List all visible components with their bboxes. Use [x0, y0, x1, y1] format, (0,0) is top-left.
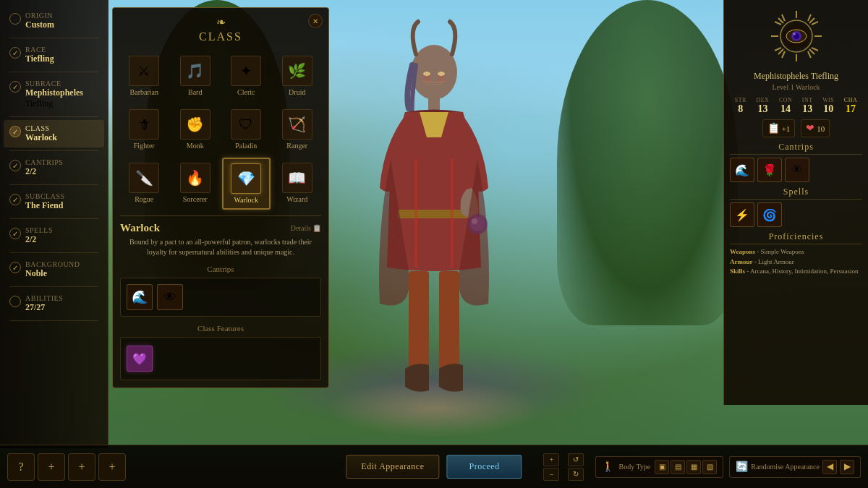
bard-label: Bard [188, 88, 202, 96]
cantrips-label: Cantrips [120, 265, 321, 273]
sidebar-label-spells: Spells [25, 226, 53, 234]
cantrip-icon-cantrip2[interactable]: 👁 [157, 284, 183, 310]
bard-icon: 🎵 [180, 56, 210, 86]
sidebar-item-spells[interactable]: ✓Spells2/2 [4, 222, 104, 249]
class-item-wizard[interactable]: 📖Wizard [273, 158, 322, 210]
zoom-out-button[interactable]: – [543, 468, 559, 481]
hp-value: 10 [817, 124, 825, 133]
add-button-1[interactable]: + [38, 453, 65, 481]
rpanel-cantrip-1[interactable]: 🌹 [757, 158, 782, 182]
character-figure [333, 14, 535, 434]
rotate-right-button[interactable]: ↻ [568, 468, 584, 481]
class-item-monk[interactable]: ✊Monk [171, 104, 220, 155]
prof-value-weapons: Simple Weapons [761, 248, 804, 255]
feature-icon-feature1[interactable]: 💜 [127, 346, 153, 372]
person-icon: 🚶 [602, 461, 614, 473]
cantrip-icon-cantrip1[interactable]: 🌊 [127, 284, 153, 310]
svg-point-11 [438, 72, 445, 76]
svg-line-16 [778, 18, 783, 23]
rpanel-spell-0[interactable]: ⚡ [730, 202, 754, 227]
sidebar-value-class: Warlock [25, 132, 57, 143]
class-item-fighter[interactable]: 🗡Fighter [120, 104, 169, 155]
bottom-left-icons: ? + + + [7, 453, 126, 481]
sidebar-label-cantrips: Cantrips [25, 158, 63, 166]
next-arrow[interactable]: ▶ [840, 460, 854, 474]
rpanel-cantrip-0[interactable]: 🌊 [730, 158, 754, 182]
class-item-cleric[interactable]: ✦Cleric [222, 51, 271, 101]
fighter-label: Fighter [134, 142, 155, 150]
sidebar-item-race[interactable]: ✓RaceTiefling [4, 41, 104, 69]
rpanel-cantrip-2[interactable]: 👁 [785, 158, 809, 182]
warlock-label: Warlock [234, 196, 258, 204]
stat-label-str: STR [735, 97, 746, 103]
proficiency-weapons: Weapons - Simple Weapons [730, 247, 862, 257]
proficiency-armour: Armour - Light Armour [730, 257, 862, 267]
sidebar-item-subclass[interactable]: ✓SubclassThe Fiend [4, 188, 104, 215]
body-type-icon-1[interactable]: ▤ [671, 460, 685, 474]
rogue-icon: 🔪 [129, 163, 159, 193]
hp-display: ❤ 10 [801, 119, 830, 137]
sidebar-item-cantrips[interactable]: ✓Cantrips2/2 [4, 154, 104, 181]
zoom-in-button[interactable]: + [543, 453, 559, 466]
svg-line-26 [782, 51, 785, 58]
svg-line-27 [808, 51, 811, 58]
svg-rect-2 [398, 210, 470, 218]
class-item-sorcerer[interactable]: 🔥Sorcerer [171, 158, 220, 210]
sidebar-text-subclass: SubclassThe Fiend [25, 192, 65, 211]
features-box: 💜 [120, 337, 321, 380]
body-type-icon-3[interactable]: ▧ [702, 460, 717, 474]
prev-arrow[interactable]: ◀ [822, 460, 837, 474]
svg-point-10 [423, 72, 430, 76]
class-item-ranger[interactable]: 🏹Ranger [273, 104, 322, 155]
sidebar-item-origin[interactable]: OriginCustom [4, 7, 104, 35]
stat-value-str: 8 [738, 103, 743, 115]
help-button[interactable]: ? [7, 453, 35, 481]
sidebar-item-subrace[interactable]: ✓SubraceMephistophelesTiefling [4, 75, 104, 114]
stat-label-int: INT [802, 97, 813, 103]
proceed-button[interactable]: Proceed [446, 455, 522, 479]
svg-line-20 [782, 14, 785, 21]
stat-value-int: 13 [802, 103, 812, 115]
details-button[interactable]: Details 📋 [291, 224, 321, 232]
sidebar-item-class[interactable]: ✓ClassWarlock [4, 120, 104, 147]
sidebar-divider [9, 252, 98, 253]
randomise-appearance-button[interactable]: 🔄 Randomise Appearance ◀ ▶ [729, 456, 861, 478]
sidebar-value-subrace: Mephistopheles [25, 87, 83, 98]
add-button-3[interactable]: + [98, 453, 126, 481]
rogue-label: Rogue [135, 195, 153, 203]
stat-value-wis: 10 [823, 103, 833, 115]
sidebar-check-abilities [9, 296, 21, 307]
class-item-bard[interactable]: 🎵Bard [171, 51, 220, 101]
sidebar-divider [9, 72, 98, 72]
spell-slots-value: +1 [782, 124, 791, 133]
rpanel-cantrips: 🌊🌹👁 [730, 158, 862, 182]
sidebar-value-subclass: The Fiend [25, 200, 65, 211]
stat-label-wis: WIS [822, 97, 834, 103]
sidebar-item-abilities[interactable]: Abilities27/27 [4, 290, 104, 317]
sidebar-value-spells: 2/2 [25, 234, 53, 245]
body-type-icon-2[interactable]: ▦ [686, 460, 701, 474]
close-button[interactable]: ✕ [308, 14, 323, 28]
class-item-druid[interactable]: 🌿Druid [273, 51, 322, 101]
sidebar-text-origin: OriginCustom [25, 12, 54, 30]
proficiency-skills: Skills - Arcana, History, Intimidation, … [730, 267, 862, 277]
sidebar-check-background: ✓ [9, 262, 21, 273]
body-type-icons: ▣▤▦▧ [655, 460, 717, 474]
class-item-paladin[interactable]: 🛡Paladin [222, 104, 271, 155]
features-section: Class Features 💜 [120, 324, 321, 380]
char-name: Mephistopheles Tiefling [730, 71, 862, 82]
sidebar-item-background[interactable]: ✓BackgroundNoble [4, 256, 104, 283]
rpanel-spell-1[interactable]: 🌀 [757, 202, 782, 227]
sidebar-value-origin: Custom [25, 20, 54, 30]
panel-ornament: ❧ [120, 15, 321, 29]
rotate-left-button[interactable]: ↺ [568, 453, 584, 466]
svg-line-24 [812, 22, 818, 25]
class-item-barbarian[interactable]: ⚔Barbarian [120, 51, 169, 101]
add-button-2[interactable]: + [68, 453, 95, 481]
sidebar-divider [9, 320, 98, 321]
class-item-rogue[interactable]: 🔪Rogue [120, 158, 169, 210]
edit-appearance-button[interactable]: Edit Appearance [346, 455, 439, 479]
body-type-icon-0[interactable]: ▣ [655, 460, 669, 474]
class-item-warlock[interactable]: 💎Warlock [222, 158, 271, 210]
svg-line-22 [775, 22, 781, 25]
